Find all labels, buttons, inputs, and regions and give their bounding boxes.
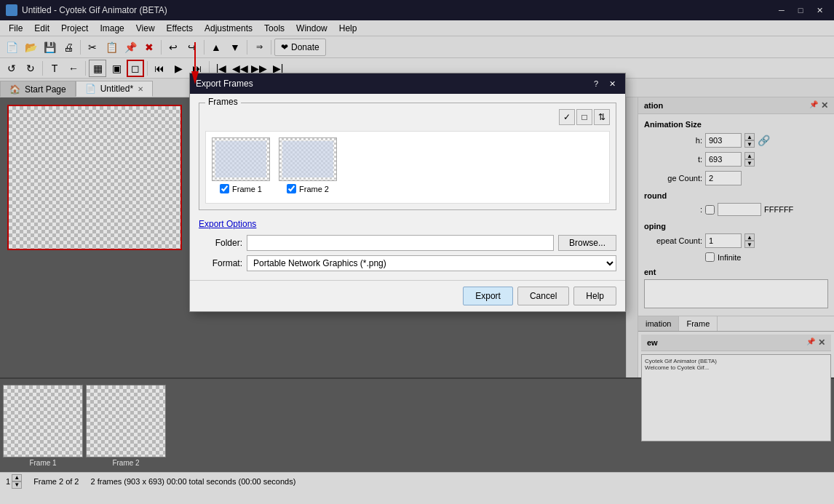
frame-2-check-row: Frame 2 [287,184,329,193]
frame-1-label: Frame 1 [232,185,262,193]
frame-2-label: Frame 2 [299,185,329,193]
frame-item-2[interactable]: Frame 2 [279,137,337,197]
frame-1-checkbox[interactable] [220,184,229,193]
frame-1-check-row: Frame 1 [220,184,262,193]
browse-button[interactable]: Browse... [558,235,616,251]
modal-overlay: Export Frames ? ✕ Frames ✓ □ ⇅ [0,0,834,504]
dialog-close-button[interactable]: ✕ [605,77,619,90]
format-select[interactable]: Portable Network Graphics (*.png) GIF (*… [247,255,616,271]
export-frames-dialog: Export Frames ? ✕ Frames ✓ □ ⇅ [189,73,626,312]
dialog-help-icon[interactable]: ? [589,77,603,90]
folder-label: Folder: [199,238,242,248]
dialog-controls: ? ✕ [589,77,619,90]
frames-toolbar: ✓ □ ⇅ [205,109,610,125]
format-row: Format: Portable Network Graphics (*.png… [199,255,616,271]
frames-group: Frames ✓ □ ⇅ Frame 1 [199,103,616,210]
frame-thumb-inner-2 [282,141,333,177]
frame-thumb-1 [212,137,270,181]
dialog-body: Frames ✓ □ ⇅ Frame 1 [190,94,625,280]
dialog-footer: Export Cancel Help [190,280,625,311]
help-button[interactable]: Help [573,287,616,305]
frame-thumb-inner-1 [215,141,266,177]
folder-input[interactable] [247,235,554,251]
toggle-button[interactable]: ⇅ [594,109,610,125]
uncheck-all-button[interactable]: □ [576,109,592,125]
frames-group-title: Frames [205,97,241,107]
format-label: Format: [199,258,242,268]
frames-list: Frame 1 Frame 2 [205,131,610,204]
export-button[interactable]: Export [463,287,513,305]
frame-item-1[interactable]: Frame 1 [212,137,270,197]
dialog-title-text: Export Frames [196,79,589,89]
cancel-button[interactable]: Cancel [517,287,569,305]
folder-row: Folder: Browse... [199,235,616,251]
check-all-button[interactable]: ✓ [559,109,575,125]
frame-2-checkbox[interactable] [287,184,296,193]
export-options-title[interactable]: Export Options [199,219,616,229]
dialog-title-bar: Export Frames ? ✕ [190,73,625,94]
export-options-section: Export Options Folder: Browse... Format:… [199,219,616,271]
frame-thumb-2 [279,137,337,181]
